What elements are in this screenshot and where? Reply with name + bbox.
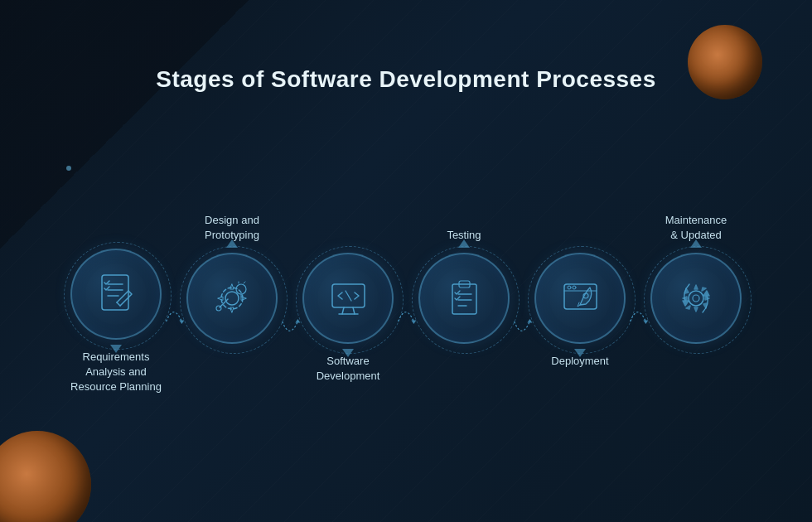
stage-1-outer-ring (64, 242, 172, 350)
stage-5-outer-ring (528, 246, 636, 354)
stage-3-circle (302, 253, 394, 344)
stage-1: placeholder (70, 202, 162, 395)
stage-4-label: Testing (447, 206, 481, 243)
stage-3-arrow-down (342, 349, 354, 357)
stage-6-label: Maintenance& Updated (665, 206, 727, 243)
stage-2: Design andPrototyping (186, 206, 278, 390)
stage-1-label: RequirementsAnalysis andResource Plannin… (70, 350, 162, 395)
stage-5-arrow-down (574, 349, 586, 357)
stages-row: placeholder (41, 202, 771, 395)
stage-5-label: Deployment (551, 354, 608, 390)
stage-1-circle (70, 249, 162, 340)
stage-6: Maintenance& Updated (650, 206, 742, 390)
stage-6-circle (650, 253, 742, 344)
stage-2-circle (186, 253, 278, 344)
stage-3: placeholder (302, 206, 394, 390)
stage-4-circle (418, 253, 510, 344)
stage-2-arrow-up (226, 239, 238, 248)
stage-2-outer-ring (180, 246, 288, 354)
stage-3-label: SoftwareDevelopment (317, 354, 380, 390)
stages-diagram: placeholder (41, 141, 771, 456)
stage-4-outer-ring (412, 246, 520, 354)
stage-3-outer-ring (296, 246, 404, 354)
stage-6-outer-ring (644, 246, 752, 354)
stage-2-label: Design andPrototyping (205, 206, 259, 243)
stage-6-arrow-up (690, 239, 702, 248)
stage-4: Testing placeholde (418, 206, 510, 390)
stage-4-arrow-up (458, 239, 470, 248)
stage-5-circle (534, 253, 626, 344)
page-title: Stages of Software Development Processes (0, 66, 812, 93)
stage-5: placeholder (534, 206, 626, 390)
stage-1-arrow-down (110, 345, 122, 353)
